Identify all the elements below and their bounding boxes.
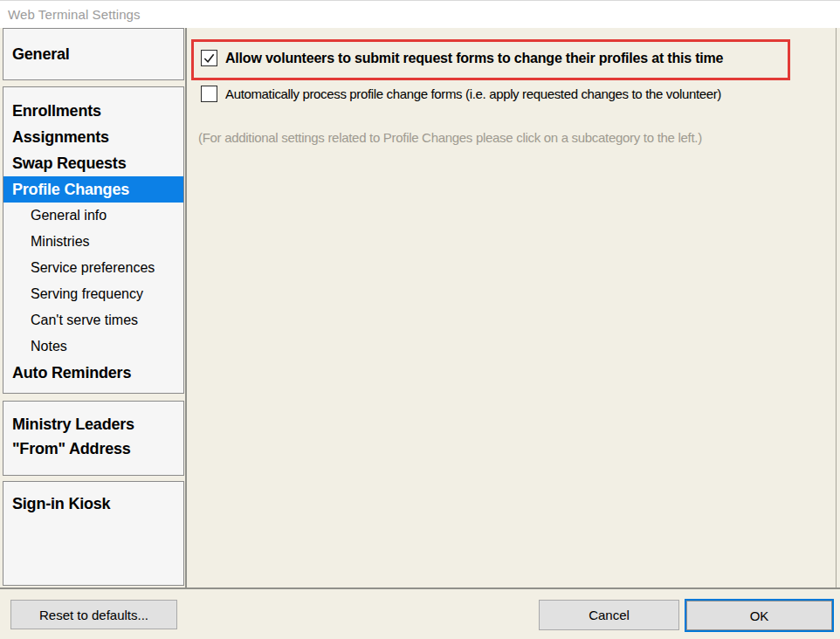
sidebar-item-service-preferences[interactable]: Service preferences [3, 255, 183, 281]
ok-button[interactable]: OK [686, 601, 832, 630]
sidebar-group-ministry-leaders: Ministry Leaders "From" Address [3, 401, 184, 476]
sidebar-content-divider [185, 28, 187, 587]
sidebar-group-general: General [3, 28, 184, 80]
sidebar-group-main: Enrollments Assignments Swap Requests Pr… [3, 86, 184, 394]
sidebar-item-enrollments[interactable]: Enrollments [3, 98, 183, 124]
auto-process-checkbox[interactable] [201, 86, 217, 102]
sidebar-group-sign-in-kiosk: Sign-in Kiosk [3, 481, 184, 586]
footer-divider [0, 587, 840, 589]
sidebar-item-general[interactable]: General [3, 29, 70, 79]
cancel-button[interactable]: Cancel [539, 600, 679, 630]
allow-volunteers-row: Allow volunteers to submit request forms… [201, 50, 723, 66]
sidebar-item-ministries[interactable]: Ministries [3, 229, 183, 255]
sidebar-item-general-info[interactable]: General info [3, 203, 183, 229]
subcategory-note: (For additional settings related to Prof… [198, 130, 702, 145]
allow-volunteers-checkbox[interactable] [201, 50, 217, 66]
sidebar-item-sign-in-kiosk[interactable]: Sign-in Kiosk [3, 491, 183, 516]
sidebar-item-ministry-leaders[interactable]: Ministry Leaders [3, 412, 183, 436]
allow-volunteers-label[interactable]: Allow volunteers to submit request forms… [225, 51, 723, 66]
reset-to-defaults-button[interactable]: Reset to defaults... [10, 600, 177, 629]
auto-process-label[interactable]: Automatically process profile change for… [225, 86, 721, 101]
sidebar-item-notes[interactable]: Notes [3, 333, 183, 360]
web-terminal-settings-window: { "window": { "title": "Web Terminal Set… [0, 0, 840, 639]
auto-process-row: Automatically process profile change for… [201, 86, 721, 102]
sidebar-item-serving-frequency[interactable]: Serving frequency [3, 281, 183, 307]
sidebar-item-from-address[interactable]: "From" Address [3, 436, 183, 461]
sidebar-item-assignments[interactable]: Assignments [3, 124, 183, 150]
sidebar-item-auto-reminders[interactable]: Auto Reminders [3, 360, 183, 386]
window-title: Web Terminal Settings [8, 7, 141, 22]
window-right-edge [836, 28, 837, 587]
sidebar-item-cant-serve-times[interactable]: Can't serve times [3, 307, 183, 333]
checkmark-icon [203, 52, 216, 65]
window-title-bar: Web Terminal Settings [0, 1, 840, 28]
sidebar-item-profile-changes[interactable]: Profile Changes [3, 176, 183, 203]
sidebar-item-swap-requests[interactable]: Swap Requests [3, 150, 183, 176]
